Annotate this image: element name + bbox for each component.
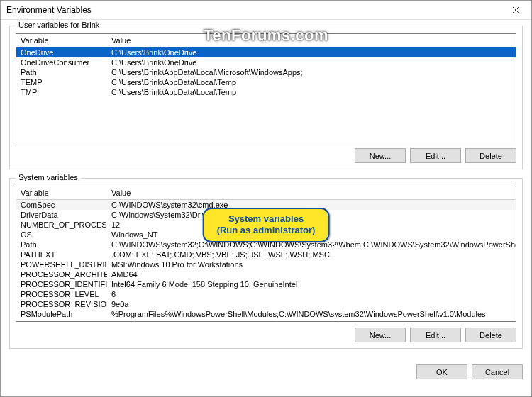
cell-value: C:\Users\Brink\AppData\Local\Temp	[107, 77, 516, 87]
cell-value: C:\Users\Brink\OneDrive	[107, 57, 516, 67]
cell-value: Windows_NT	[107, 230, 516, 240]
user-vars-list[interactable]: Variable Value OneDriveC:\Users\Brink\On…	[16, 33, 516, 142]
cell-value: Intel64 Family 6 Model 158 Stepping 10, …	[107, 279, 516, 289]
cell-value: C:\Users\Brink\AppData\Local\Microsoft\W…	[107, 67, 516, 77]
user-delete-button[interactable]: Delete	[465, 148, 516, 163]
table-row[interactable]: TEMPC:\Users\Brink\AppData\Local\Temp	[16, 77, 516, 87]
cell-value: %ProgramFiles%\WindowsPowerShell\Modules…	[107, 309, 516, 319]
cell-variable: PROCESSOR_REVISION	[16, 299, 107, 309]
cell-value: MSI:Windows 10 Pro for Workstations	[107, 259, 516, 269]
col-header-value[interactable]: Value	[107, 34, 516, 47]
table-row[interactable]: PROCESSOR_REVISION9e0a	[16, 299, 516, 309]
system-vars-list[interactable]: Variable Value ComSpecC:\WINDOWS\system3…	[16, 186, 516, 322]
cell-value: AMD64	[107, 269, 516, 279]
cell-variable: TEMP	[16, 77, 107, 87]
cell-value: 12	[107, 220, 516, 230]
cancel-button[interactable]: Cancel	[472, 364, 523, 379]
cell-variable: PROCESSOR_LEVEL	[16, 289, 107, 299]
cell-variable: PATHEXT	[16, 250, 107, 259]
cell-variable: OS	[16, 230, 107, 240]
table-row[interactable]: PROCESSOR_ARCHITECTUREAMD64	[16, 269, 516, 279]
table-row[interactable]: OneDriveConsumerC:\Users\Brink\OneDrive	[16, 57, 516, 67]
table-row[interactable]: PathC:\Users\Brink\AppData\Local\Microso…	[16, 67, 516, 77]
cell-variable: PSModulePath	[16, 309, 107, 319]
table-row[interactable]: PathC:\WINDOWS\system32;C:\WINDOWS;C:\WI…	[16, 240, 516, 250]
cell-variable: TMP	[16, 87, 107, 97]
system-delete-button[interactable]: Delete	[465, 328, 516, 342]
user-vars-buttons: New... Edit... Delete	[16, 142, 516, 163]
cell-value: C:\Users\Brink\AppData\Local\Temp	[107, 87, 516, 97]
dialog-buttons: OK Cancel	[1, 364, 531, 386]
table-row[interactable]: TMPC:\Users\Brink\AppData\Local\Temp	[16, 87, 516, 97]
table-row[interactable]: PSModulePath%ProgramFiles%\WindowsPowerS…	[16, 309, 516, 319]
cell-value: C:\Windows\System32\Drivers\DriverData	[107, 210, 516, 220]
dialog-content: User variables for Brink Variable Value …	[1, 20, 531, 364]
cell-value: C:\WINDOWS\system32\cmd.exe	[107, 200, 516, 210]
table-row[interactable]: PROCESSOR_LEVEL6	[16, 289, 516, 299]
table-row[interactable]: DriverDataC:\Windows\System32\Drivers\Dr…	[16, 210, 516, 220]
cell-variable: PROCESSOR_IDENTIFIER	[16, 279, 107, 289]
cell-value: 9e0a	[107, 299, 516, 309]
table-row[interactable]: PROCESSOR_IDENTIFIERIntel64 Family 6 Mod…	[16, 279, 516, 289]
ok-button[interactable]: OK	[416, 364, 467, 379]
close-button[interactable]	[499, 1, 531, 20]
cell-variable: OneDriveConsumer	[16, 57, 107, 67]
list-header: Variable Value	[16, 34, 516, 47]
list-header: Variable Value	[16, 186, 516, 200]
cell-value: .COM;.EXE;.BAT;.CMD;.VBS;.VBE;.JS;.JSE;.…	[107, 250, 516, 259]
cell-value: C:\Users\Brink\OneDrive	[107, 47, 516, 57]
col-header-variable[interactable]: Variable	[16, 34, 107, 47]
cell-value: C:\WINDOWS\system32;C:\WINDOWS;C:\WINDOW…	[107, 240, 516, 250]
cell-variable: NUMBER_OF_PROCESSORS	[16, 220, 107, 230]
table-row[interactable]: ComSpecC:\WINDOWS\system32\cmd.exe	[16, 200, 516, 210]
table-row[interactable]: OneDriveC:\Users\Brink\OneDrive	[16, 47, 516, 57]
user-vars-group: User variables for Brink Variable Value …	[9, 26, 523, 169]
system-vars-group: System variables Variable Value ComSpecC…	[9, 178, 523, 349]
cell-variable: PROCESSOR_ARCHITECTURE	[16, 269, 107, 279]
cell-variable: DriverData	[16, 210, 107, 220]
cell-variable: Path	[16, 240, 107, 250]
table-row[interactable]: NUMBER_OF_PROCESSORS12	[16, 220, 516, 230]
title-bar: Environment Variables	[1, 1, 531, 20]
table-row[interactable]: PATHEXT.COM;.EXE;.BAT;.CMD;.VBS;.VBE;.JS…	[16, 250, 516, 259]
user-new-button[interactable]: New...	[355, 148, 406, 163]
cell-variable: Path	[16, 67, 107, 77]
table-row[interactable]: POWERSHELL_DISTRIBUTIO...MSI:Windows 10 …	[16, 259, 516, 269]
cell-value: 6	[107, 289, 516, 299]
cell-variable: OneDrive	[16, 47, 107, 57]
user-edit-button[interactable]: Edit...	[410, 148, 461, 163]
user-vars-label: User variables for Brink	[16, 21, 102, 29]
cell-variable: ComSpec	[16, 200, 107, 210]
window-title: Environment Variables	[6, 5, 92, 15]
col-header-value[interactable]: Value	[107, 186, 516, 199]
table-row[interactable]: OSWindows_NT	[16, 230, 516, 240]
close-icon	[512, 6, 519, 13]
system-new-button[interactable]: New...	[355, 328, 406, 342]
system-vars-buttons: New... Edit... Delete	[16, 322, 516, 342]
system-edit-button[interactable]: Edit...	[410, 328, 461, 342]
cell-variable: POWERSHELL_DISTRIBUTIO...	[16, 259, 107, 269]
col-header-variable[interactable]: Variable	[16, 186, 107, 199]
system-vars-label: System variables	[16, 173, 81, 181]
